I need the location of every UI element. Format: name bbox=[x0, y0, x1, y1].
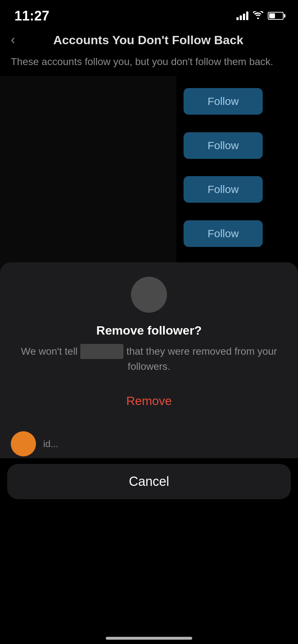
modal-description: We won't tell that they were removed fro… bbox=[11, 344, 287, 374]
cancel-sheet[interactable]: Cancel bbox=[7, 464, 291, 499]
bottom-sheet-overlay: Remove follower? We won't tell that they… bbox=[0, 262, 298, 505]
modal-title: Remove follower? bbox=[11, 323, 287, 337]
cancel-button[interactable]: Cancel bbox=[7, 464, 291, 499]
peek-avatar bbox=[11, 431, 36, 456]
avatar bbox=[131, 277, 167, 313]
status-icons bbox=[236, 10, 284, 22]
status-time: 11:27 bbox=[14, 8, 49, 24]
follow-button-1[interactable]: Follow bbox=[184, 88, 263, 115]
wifi-icon bbox=[253, 10, 263, 22]
redacted-username bbox=[80, 344, 123, 359]
home-indicator bbox=[106, 637, 192, 640]
remove-button[interactable]: Remove bbox=[11, 387, 287, 415]
battery-icon bbox=[268, 12, 284, 20]
back-button[interactable]: ‹ bbox=[11, 32, 15, 47]
signal-icon bbox=[236, 12, 248, 20]
status-bar: 11:27 bbox=[0, 0, 298, 29]
follow-button-2[interactable]: Follow bbox=[184, 132, 263, 159]
peek-area: id... bbox=[0, 429, 298, 458]
follow-button-3[interactable]: Follow bbox=[184, 176, 263, 203]
follow-button-4[interactable]: Follow bbox=[184, 220, 263, 247]
page-header: ‹ Accounts You Don't Follow Back bbox=[0, 29, 298, 55]
page-subtitle: These accounts follow you, but you don't… bbox=[0, 55, 298, 76]
page-title: Accounts You Don't Follow Back bbox=[22, 33, 274, 47]
remove-follower-sheet: Remove follower? We won't tell that they… bbox=[0, 262, 298, 429]
peek-username: id... bbox=[43, 438, 58, 450]
